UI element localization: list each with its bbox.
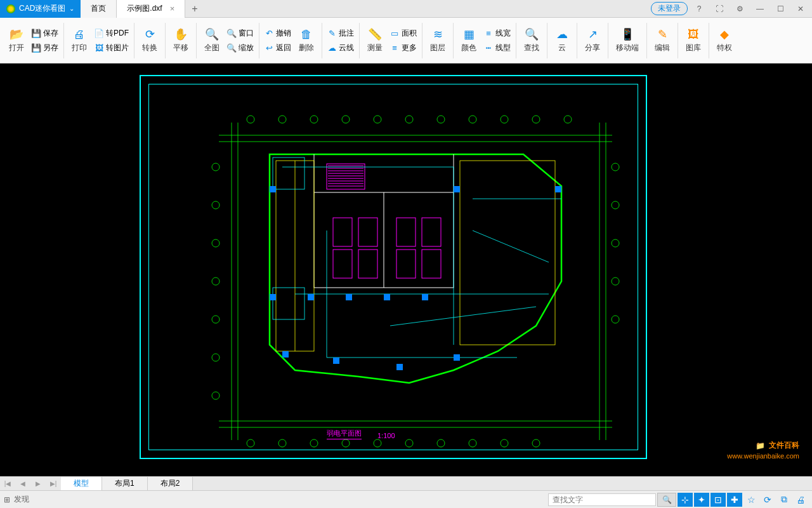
phone-icon: 📱 — [620, 27, 634, 41]
window-button[interactable]: 🔍窗口 — [225, 27, 256, 40]
more-button[interactable]: ≡更多 — [388, 41, 419, 55]
app-title-text: CAD迷你看图 — [19, 3, 65, 14]
watermark-url: www.wenjianbaike.com — [727, 452, 799, 460]
snap-grid-icon[interactable]: ✦ — [694, 493, 709, 507]
svg-rect-75 — [396, 364, 403, 370]
linetype-button[interactable]: ┅线型 — [481, 41, 513, 55]
tab-layout2[interactable]: 布局2 — [148, 477, 193, 491]
fullscreen-icon[interactable]: ⛶ — [710, 1, 728, 17]
print-button[interactable]: 🖨打印 — [68, 26, 91, 55]
svg-rect-63 — [396, 250, 416, 278]
svg-point-38 — [612, 239, 619, 247]
svg-rect-69 — [308, 294, 314, 300]
tab-layout1[interactable]: 布局1 — [102, 477, 148, 491]
cloud-line-icon: ☁ — [327, 43, 336, 52]
svg-point-35 — [212, 392, 219, 399]
convert-button[interactable]: ⟳转换 — [138, 26, 161, 55]
pan-button[interactable]: ✋平移 — [169, 26, 192, 55]
svg-point-23 — [374, 439, 381, 447]
cloud-store-button[interactable]: ☁云 — [551, 26, 573, 55]
nav-first-icon[interactable]: |◀ — [0, 478, 15, 490]
full-button[interactable]: 🔍全图 — [200, 26, 223, 55]
share-icon: ↗ — [586, 27, 599, 41]
edit-button[interactable]: ✎编辑 — [651, 26, 674, 55]
cad-drawing — [168, 104, 638, 459]
settings-icon[interactable]: ⚙ — [731, 1, 749, 17]
toimg-button[interactable]: 🖼转图片 — [92, 41, 131, 55]
nav-last-icon[interactable]: ▶| — [46, 478, 61, 490]
svg-rect-60 — [358, 218, 377, 246]
area-button[interactable]: ▭面积 — [388, 27, 419, 40]
library-button[interactable]: 🖼图库 — [682, 26, 705, 55]
snap-endpoint-icon[interactable]: ⊹ — [678, 493, 693, 507]
maximize-icon[interactable]: ☐ — [771, 1, 789, 17]
tab-home[interactable]: 首页 — [81, 0, 117, 18]
svg-rect-78 — [454, 186, 460, 192]
topdf-button[interactable]: 📄转PDF — [92, 27, 131, 40]
share-button[interactable]: ↗分享 — [581, 26, 604, 55]
grid-icon: ⊞ — [4, 495, 10, 504]
tab-label: 首页 — [91, 3, 106, 14]
app-title[interactable]: CAD迷你看图 ⌄ — [0, 0, 81, 18]
svg-point-27 — [501, 439, 508, 447]
star-icon[interactable]: ☆ — [743, 493, 759, 507]
svg-point-33 — [212, 316, 219, 323]
crosshair-icon[interactable]: ✚ — [727, 493, 742, 507]
drawing-canvas[interactable]: 弱电平面图 1:100 📁 文件百科 www.wenjianbaike.com — [0, 64, 812, 476]
search-input[interactable] — [548, 493, 656, 506]
more-icon: ≡ — [390, 43, 399, 52]
svg-point-34 — [212, 354, 219, 361]
nav-prev-icon[interactable]: ◀ — [15, 478, 30, 490]
svg-point-10 — [310, 116, 318, 123]
svg-point-18 — [564, 116, 572, 123]
undo-button[interactable]: ↶撤销 — [262, 27, 294, 40]
svg-rect-59 — [333, 250, 352, 278]
layer-button[interactable]: ≋图层 — [426, 26, 449, 55]
open-button[interactable]: 📂打开 — [5, 26, 28, 55]
svg-point-13 — [405, 116, 413, 123]
area-icon: ▭ — [390, 29, 399, 37]
mobile-button[interactable]: 📱移动端 — [612, 26, 643, 55]
ortho-icon[interactable]: ⊡ — [710, 493, 726, 507]
discover-button[interactable]: ⊞ 发现 — [4, 494, 29, 505]
add-tab-button[interactable]: + — [185, 3, 204, 15]
color-button[interactable]: ▦颜色 — [457, 26, 480, 55]
measure-button[interactable]: 📏测量 — [363, 26, 386, 55]
nav-next-icon[interactable]: ▶ — [30, 478, 46, 490]
svg-rect-62 — [396, 218, 416, 246]
print-status-icon[interactable]: 🖨 — [793, 493, 808, 507]
zoom-button[interactable]: 🔍缩放 — [225, 41, 256, 55]
save-button[interactable]: 💾保存 — [29, 27, 61, 40]
vip-button[interactable]: ◆特权 — [713, 26, 736, 55]
disk-icon: 💾 — [32, 29, 41, 37]
annotate-button[interactable]: ✎批注 — [325, 27, 357, 40]
find-button[interactable]: 🔍查找 — [520, 26, 543, 55]
close-icon[interactable]: × — [170, 4, 175, 13]
delete-button[interactable]: 🗑删除 — [295, 26, 318, 55]
layers-icon: ≋ — [431, 27, 445, 41]
saveas-button[interactable]: 💾另存 — [29, 41, 61, 55]
minimize-icon[interactable]: — — [751, 1, 769, 17]
drawing-scale: 1:100 — [377, 432, 395, 439]
gallery-icon: 🖼 — [686, 27, 700, 41]
cloud-button[interactable]: ☁云线 — [325, 41, 357, 55]
svg-point-12 — [374, 116, 381, 123]
svg-point-36 — [612, 163, 619, 171]
tab-model[interactable]: 模型 — [61, 477, 102, 491]
help-icon[interactable]: ? — [690, 1, 708, 17]
linewidth-button[interactable]: ≡线宽 — [481, 27, 513, 40]
search-button[interactable]: 🔍 — [657, 493, 676, 507]
back-button[interactable]: ↩返回 — [262, 41, 294, 55]
svg-point-29 — [212, 163, 219, 171]
login-button[interactable]: 未登录 — [651, 2, 688, 15]
titlebar: CAD迷你看图 ⌄ 首页 示例图.dxf × + 未登录 ? ⛶ ⚙ — ☐ ✕ — [0, 0, 812, 18]
svg-rect-61 — [358, 250, 377, 278]
tab-file[interactable]: 示例图.dxf × — [117, 0, 185, 18]
svg-point-31 — [212, 239, 219, 247]
link-icon[interactable]: ⧉ — [776, 493, 792, 507]
tab-label: 示例图.dxf — [127, 3, 162, 14]
svg-point-30 — [212, 201, 219, 209]
regen-icon[interactable]: ⟳ — [760, 493, 775, 507]
close-window-icon[interactable]: ✕ — [792, 1, 809, 17]
watermark: 📁 文件百科 — [756, 440, 799, 451]
